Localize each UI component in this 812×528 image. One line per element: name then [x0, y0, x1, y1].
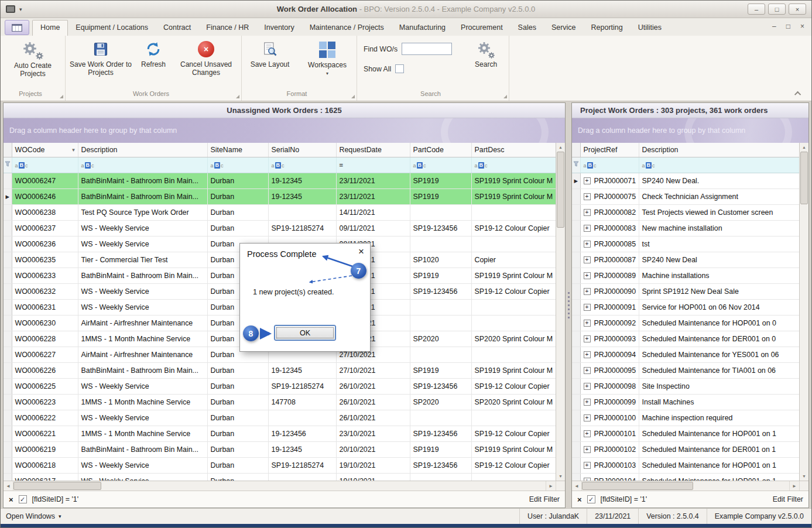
cell[interactable]: Durban	[207, 426, 268, 441]
expand-icon[interactable]: +	[584, 241, 591, 248]
tab-maintenance-projects[interactable]: Maintenance / Projects	[302, 20, 392, 36]
cell[interactable]	[471, 236, 556, 252]
filter-row-edit-icon[interactable]	[4, 157, 12, 173]
tab-equipment-locations[interactable]: Equipment / Locations	[68, 20, 156, 36]
cell-projectref[interactable]: +PRJ0000090	[580, 283, 639, 299]
group-by-box[interactable]: Drag a column header here to group by th…	[572, 118, 808, 143]
text-filter-cell[interactable]: aBc	[207, 157, 268, 173]
table-row[interactable]: WO00062211MMS - 1 Month Machine ServiceD…	[4, 426, 556, 441]
cell[interactable]: SP19-123456	[410, 220, 471, 236]
cell[interactable]: 147708	[268, 394, 336, 410]
scroll-up-icon[interactable]: ▲	[556, 143, 565, 152]
dialog-launcher-icon[interactable]	[236, 95, 239, 98]
cell[interactable]: Durban	[207, 473, 268, 481]
cell[interactable]: SP1919	[410, 173, 471, 188]
cell[interactable]: WO0006238	[12, 204, 78, 220]
cell[interactable]: 19-12345	[268, 441, 336, 457]
cell-projectref[interactable]: +PRJ0000075	[580, 188, 639, 204]
cell[interactable]: Copier	[471, 252, 556, 268]
cell[interactable]: BathBinMaint - Bathroom Bin Main...	[78, 441, 207, 457]
cell[interactable]	[410, 299, 471, 315]
cell[interactable]: SP19-123456	[410, 457, 471, 473]
table-row[interactable]: +PRJ0000090Sprint SP1912 New Deal Sale	[572, 283, 799, 299]
cell[interactable]: 1MMS - 1 Month Machine Service	[78, 331, 207, 347]
edit-filter-link[interactable]: Edit Filter	[773, 495, 803, 503]
table-row[interactable]: +PRJ0000089Machine installations	[572, 268, 799, 283]
cell[interactable]: 23/10/2021	[336, 426, 410, 441]
table-row[interactable]: ▶+PRJ0000071SP240 New Deal.	[572, 173, 799, 188]
application-button[interactable]	[5, 20, 29, 35]
close-button[interactable]: ×	[789, 4, 806, 15]
cell[interactable]: WO0006236	[12, 236, 78, 252]
cell[interactable]: SP19-12185274	[268, 378, 336, 394]
cell[interactable]	[471, 204, 556, 220]
tab-finance-hr[interactable]: Finance / HR	[198, 20, 256, 36]
column-header-sitename[interactable]: SiteName	[207, 143, 268, 157]
cell-projectref[interactable]: +PRJ0000089	[580, 268, 639, 283]
filter-enabled-checkbox[interactable]: ✓	[587, 495, 595, 503]
expand-icon[interactable]: +	[584, 399, 591, 406]
cell[interactable]: Durban	[207, 220, 268, 236]
cell[interactable]: WO0006225	[12, 378, 78, 394]
column-header-partcode[interactable]: PartCode	[410, 143, 471, 157]
cell[interactable]: SP1919 Sprint Colour M	[471, 441, 556, 457]
dialog-launcher-icon[interactable]	[503, 95, 507, 98]
cell-description[interactable]: Scheduled Maintenance for HOP001 on 1	[639, 457, 799, 473]
cell[interactable]	[268, 204, 336, 220]
app-icon[interactable]	[6, 5, 15, 13]
cell[interactable]	[471, 473, 556, 481]
expand-icon[interactable]: +	[584, 193, 591, 200]
cell[interactable]	[410, 236, 471, 252]
dialog-launcher-icon[interactable]	[60, 95, 63, 98]
group-by-box[interactable]: Drag a column header here to group by th…	[4, 118, 565, 143]
table-row[interactable]: +PRJ0000091Service for HOP001 on 06 Nov …	[572, 299, 799, 315]
cell-description[interactable]: SP240 New Deal	[639, 252, 799, 268]
tab-sales[interactable]: Sales	[511, 20, 544, 36]
tab-reporting[interactable]: Reporting	[584, 20, 631, 36]
cell-description[interactable]: Machine installations	[639, 268, 799, 283]
column-header-partdesc[interactable]: PartDesc	[471, 143, 556, 157]
cell[interactable]: WO0006217	[12, 473, 78, 481]
cell[interactable]: 14/11/2021	[336, 204, 410, 220]
cell[interactable]: SP19-12 Colour Copier	[471, 426, 556, 441]
table-row[interactable]: WO0006219BathBinMaint - Bathroom Bin Mai…	[4, 441, 556, 457]
cell-description[interactable]: tst	[639, 236, 799, 252]
cell-description[interactable]: Site Inspectino	[639, 378, 799, 394]
expand-icon[interactable]: +	[584, 462, 591, 469]
expand-icon[interactable]: +	[584, 367, 591, 374]
cell[interactable]: WO0006223	[12, 394, 78, 410]
cell[interactable]: 19/10/2021	[336, 457, 410, 473]
cell[interactable]: WS - Weekly Service	[78, 410, 207, 426]
text-filter-cell[interactable]: aBc	[580, 157, 639, 173]
cell[interactable]: WO0006226	[12, 362, 78, 378]
cell-projectref[interactable]: +PRJ0000092	[580, 315, 639, 331]
ok-button[interactable]: OK	[274, 325, 336, 341]
cell[interactable]: WO0006235	[12, 252, 78, 268]
table-row[interactable]: +PRJ0000098Site Inspectino	[572, 378, 799, 394]
cell-description[interactable]: Check Technician Assignment	[639, 188, 799, 204]
cell[interactable]: SP19-123456	[410, 426, 471, 441]
scroll-thumb[interactable]	[800, 152, 808, 204]
cell[interactable]: WO0006228	[12, 331, 78, 347]
cell[interactable]: Durban	[207, 441, 268, 457]
tab-inventory[interactable]: Inventory	[256, 20, 301, 36]
expand-icon[interactable]: +	[584, 430, 591, 437]
equals-filter-cell[interactable]: =	[336, 157, 410, 173]
table-row[interactable]: WO0006237WS - Weekly ServiceDurbanSP19-1…	[4, 220, 556, 236]
cell[interactable]: SP1919 Sprint Colour M	[471, 268, 556, 283]
cell[interactable]	[410, 473, 471, 481]
cell[interactable]: SP1919	[410, 188, 471, 204]
cell-projectref[interactable]: +PRJ0000087	[580, 252, 639, 268]
open-windows-button[interactable]: Open Windows▾	[1, 512, 61, 520]
mdi-close-icon[interactable]: ×	[800, 22, 804, 30]
table-row[interactable]: WO0006218WS - Weekly ServiceDurbanSP19-1…	[4, 457, 556, 473]
cell-projectref[interactable]: +PRJ0000098	[580, 378, 639, 394]
cell[interactable]: 19-12345	[268, 188, 336, 204]
cell[interactable]	[410, 410, 471, 426]
scroll-left-icon[interactable]: ◄	[572, 481, 582, 491]
cell-description[interactable]: Scheduled Maintenance for TIA001 on 06	[639, 362, 799, 378]
cell[interactable]	[471, 410, 556, 426]
cell-projectref[interactable]: +PRJ0000101	[580, 426, 639, 441]
scroll-up-icon[interactable]: ▲	[800, 143, 808, 152]
cell[interactable]: WO0006247	[12, 173, 78, 188]
